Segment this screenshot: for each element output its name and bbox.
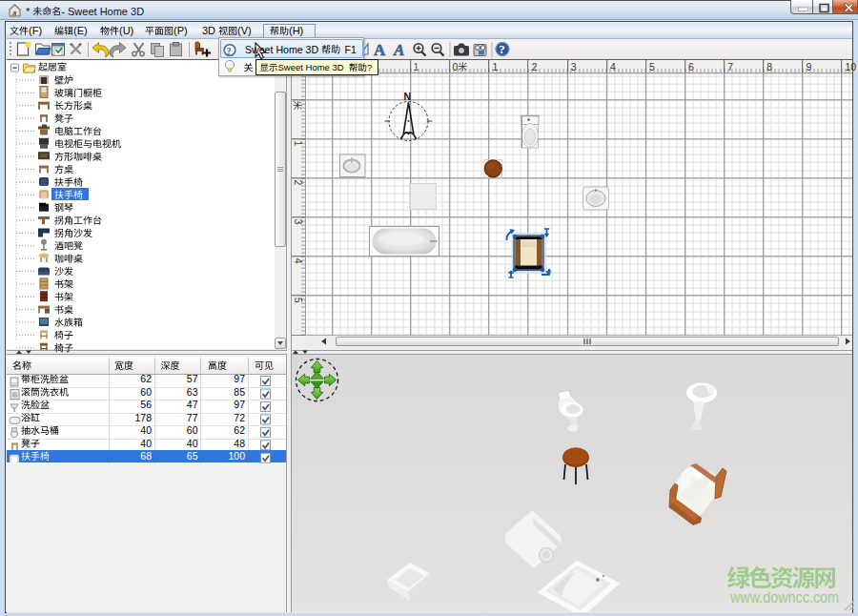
svg-text:A: A — [393, 41, 404, 59]
svg-text:?: ? — [499, 42, 505, 56]
svg-text:A: A — [374, 41, 386, 59]
svg-text:?: ? — [227, 47, 232, 56]
svg-text:N: N — [404, 91, 412, 102]
